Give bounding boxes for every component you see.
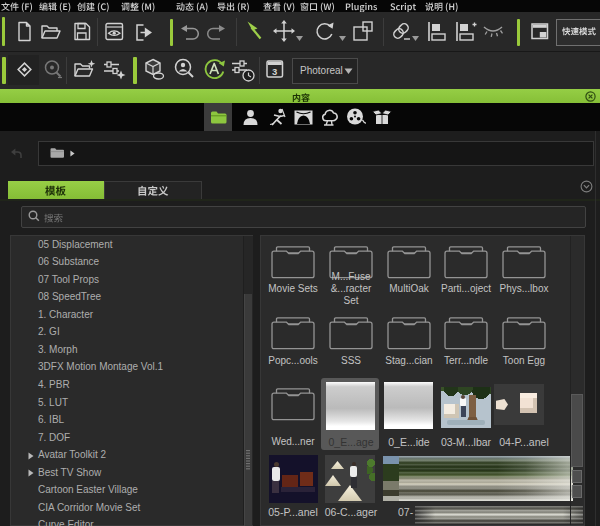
svg-text:3: 3 — [272, 66, 277, 77]
